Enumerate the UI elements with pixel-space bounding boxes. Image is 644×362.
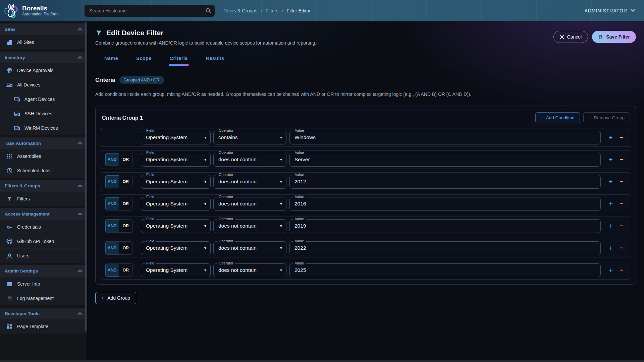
sidebar-item-assemblies[interactable]: Assemblies [0, 149, 87, 163]
building-icon [6, 39, 13, 46]
sidebar-item-scheduled-jobs[interactable]: Scheduled Jobs [0, 163, 87, 178]
add-condition-button[interactable]: + Add Condition [535, 112, 580, 123]
remove-condition-icon-button[interactable]: − [616, 243, 627, 253]
sidebar-item-label: Device Approvals [17, 68, 53, 73]
value-input[interactable] [290, 242, 600, 255]
and-toggle-button[interactable]: AND [105, 220, 119, 232]
add-condition-icon-button[interactable]: + [605, 176, 616, 187]
sidebar-item-github-api-token[interactable]: GitHub API Token [0, 234, 87, 248]
or-toggle-button[interactable]: OR [119, 175, 133, 188]
remove-condition-icon-button[interactable]: − [616, 221, 627, 231]
breadcrumb-filters-groups[interactable]: Filters & Groups [223, 8, 257, 13]
tab-name[interactable]: Name [103, 56, 119, 65]
save-filter-button[interactable]: Save Filter [592, 31, 636, 43]
sidebar-item-credentials[interactable]: Credentials [0, 220, 87, 234]
nav-section-header-inventory[interactable]: Inventory [0, 52, 87, 63]
nav-section-header-task-automation[interactable]: Task Automation [0, 137, 87, 149]
value-input[interactable] [290, 175, 600, 188]
value-input[interactable] [290, 220, 600, 233]
nav-section-header-admin-settings[interactable]: Admin Settings [0, 265, 87, 277]
field-select[interactable]: Field Operating System ▾ [141, 153, 211, 167]
search-input[interactable] [89, 8, 205, 13]
add-condition-icon-button[interactable]: + [605, 132, 616, 143]
sidebar-item-users[interactable]: Users [0, 248, 87, 263]
hostname-search[interactable] [85, 5, 215, 17]
nav-section-inventory: Inventory Device Approvals All Devices [0, 52, 87, 135]
remove-group-button[interactable]: − Remove Group [583, 112, 630, 123]
and-toggle-button[interactable]: AND [105, 242, 119, 254]
topbar: Borealis Automation Platform Filters & G… [0, 0, 644, 21]
nav-section-header-access-management[interactable]: Access Management [0, 208, 87, 220]
sidebar-item-device-approvals[interactable]: Device Approvals [0, 63, 87, 77]
breadcrumb: Filters & Groups › Filters › Filter Edit… [223, 8, 311, 13]
or-toggle-button[interactable]: OR [119, 242, 133, 254]
remove-condition-icon-button[interactable]: − [616, 265, 627, 276]
add-condition-icon-button[interactable]: + [605, 154, 616, 165]
and-toggle-button[interactable]: AND [105, 153, 119, 166]
operator-select[interactable]: Operator does not contain ▾ [213, 219, 286, 233]
and-toggle-button[interactable]: AND [105, 197, 119, 210]
sidebar-item-agent-devices[interactable]: Agent Devices [0, 92, 87, 106]
breadcrumb-filters[interactable]: Filters [266, 8, 278, 13]
sidebar-item-log-management[interactable]: Log Management [0, 291, 87, 305]
operator-select[interactable]: Operator contains ▾ [213, 131, 286, 144]
operator-select[interactable]: Operator does not contain ▾ [213, 153, 286, 167]
sidebar-item-server-info[interactable]: Server Info [0, 277, 87, 291]
tab-results[interactable]: Results [205, 56, 225, 65]
field-select[interactable]: Field Operating System ▾ [141, 241, 211, 255]
user-menu[interactable]: ADMINISTRATOR [584, 8, 635, 13]
operator-select[interactable]: Operator does not contain ▾ [213, 197, 286, 211]
chevron-down-icon: ▾ [204, 157, 206, 162]
operator-select[interactable]: Operator does not contain ▾ [213, 175, 286, 189]
value-field: Value [289, 219, 601, 233]
chevron-up-icon [78, 213, 82, 215]
remove-condition-icon-button[interactable]: − [616, 154, 627, 165]
condition-row: AND OR Field Operating System ▾ Operator… [100, 172, 631, 191]
add-group-button[interactable]: + Add Group [95, 292, 136, 304]
value-input[interactable] [290, 153, 600, 166]
add-condition-icon-button[interactable]: + [605, 265, 616, 276]
remove-condition-icon-button[interactable]: − [616, 132, 627, 143]
search-icon[interactable] [205, 8, 211, 14]
value-field: Value [289, 197, 601, 211]
or-toggle-button[interactable]: OR [119, 153, 133, 166]
and-toggle-button[interactable]: AND [105, 175, 119, 188]
operator-select[interactable]: Operator does not contain ▾ [213, 263, 286, 277]
field-select[interactable]: Field Operating System ▾ [141, 263, 211, 277]
add-condition-icon-button[interactable]: + [605, 198, 616, 209]
tab-scope[interactable]: Scope [135, 56, 153, 65]
value-input[interactable] [290, 131, 600, 144]
value-input[interactable] [290, 197, 600, 210]
add-condition-icon-button[interactable]: + [605, 243, 616, 253]
remove-condition-icon-button[interactable]: − [616, 176, 627, 187]
nav-section-header-filters-groups[interactable]: Filters & Groups [0, 180, 87, 191]
or-toggle-button[interactable]: OR [119, 220, 133, 232]
or-toggle-button[interactable]: OR [119, 264, 133, 277]
brand-text: Borealis Automation Platform [22, 5, 59, 17]
nav-section-header-developer-tools[interactable]: Developer Tools [0, 308, 87, 319]
operator-select[interactable]: Operator does not contain ▾ [213, 241, 286, 255]
and-toggle-button[interactable]: AND [105, 264, 119, 277]
sidebar-item-page-template[interactable]: Page Template [0, 319, 87, 334]
remove-condition-icon-button[interactable]: − [616, 198, 627, 209]
value-input[interactable] [290, 264, 600, 277]
nav-section-header-sites[interactable]: Sites [0, 23, 87, 35]
field-select[interactable]: Field Operating System ▾ [141, 219, 211, 233]
tab-criteria[interactable]: Criteria [169, 56, 189, 65]
page-title: Edit Device Filter [106, 29, 163, 37]
cancel-button[interactable]: Cancel [553, 31, 588, 43]
add-condition-icon-button[interactable]: + [605, 221, 616, 231]
sidebar-item-all-sites[interactable]: All Sites [0, 35, 87, 49]
or-toggle-button[interactable]: OR [119, 197, 133, 210]
value-field: Value [289, 153, 601, 167]
sidebar-item-filters[interactable]: Filters [0, 191, 87, 206]
bottom-edge [0, 360, 644, 362]
field-select[interactable]: Field Operating System ▾ [141, 175, 211, 189]
sidebar-item-ssh-devices[interactable]: SSH Devices [0, 106, 87, 121]
field-select[interactable]: Field Operating System ▾ [141, 197, 211, 211]
field-select[interactable]: Field Operating System ▾ [141, 131, 211, 144]
save-icon [598, 35, 603, 40]
sidebar-item-winrm-devices[interactable]: WinRM Devices [0, 121, 87, 135]
grouped-andor-badge: Grouped AND / OR [119, 76, 164, 84]
sidebar-item-all-devices[interactable]: All Devices [0, 77, 87, 92]
